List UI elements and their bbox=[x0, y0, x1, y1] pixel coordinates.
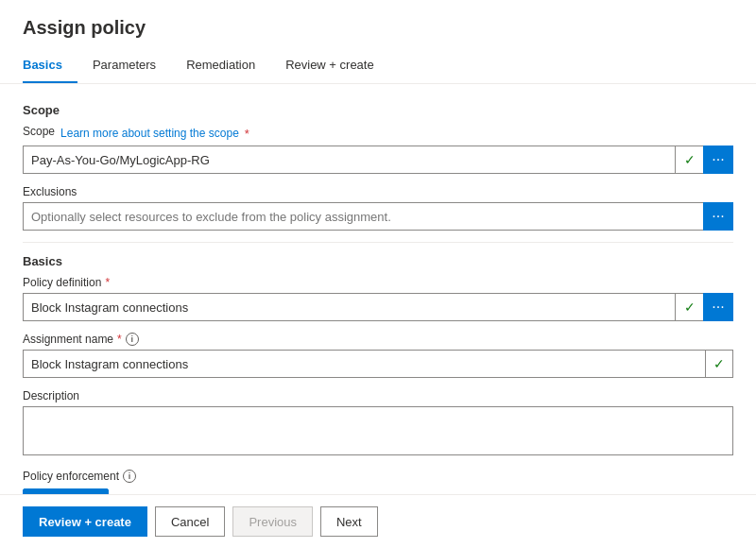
scope-learn-more-link[interactable]: Learn more about setting the scope bbox=[60, 127, 239, 140]
policy-def-input[interactable] bbox=[23, 293, 675, 321]
policy-def-required: * bbox=[105, 276, 110, 289]
assignment-name-field-group: Assignment name * i ✓ bbox=[23, 333, 733, 378]
scope-input[interactable] bbox=[23, 146, 675, 174]
exclusions-ellipsis-button[interactable]: ··· bbox=[703, 202, 733, 231]
exclusions-field-group: Exclusions ··· bbox=[23, 185, 733, 231]
description-field-group: Description bbox=[23, 389, 733, 458]
exclusions-input[interactable] bbox=[23, 202, 703, 231]
exclusions-input-row: ··· bbox=[23, 202, 733, 231]
description-label: Description bbox=[23, 389, 733, 402]
scope-field-label: Scope bbox=[23, 125, 55, 138]
review-create-button[interactable]: Review + create bbox=[23, 506, 147, 537]
assignment-name-required: * bbox=[117, 333, 122, 346]
scope-ellipsis-button[interactable]: ··· bbox=[703, 146, 733, 174]
assignment-name-label-row: Assignment name * i bbox=[23, 333, 733, 346]
scope-field-group: Scope Learn more about setting the scope… bbox=[23, 125, 733, 174]
policy-def-label-row: Policy definition * bbox=[23, 276, 733, 289]
page-title: Assign policy bbox=[23, 17, 733, 39]
tabs-bar: Basics Parameters Remediation Review + c… bbox=[23, 50, 733, 83]
page-container: Assign policy Basics Parameters Remediat… bbox=[0, 0, 756, 548]
scope-section-heading: Scope bbox=[23, 103, 733, 117]
assignment-name-input-row: ✓ bbox=[23, 350, 733, 378]
footer: Review + create Cancel Previous Next bbox=[0, 494, 756, 548]
policy-enforcement-section: Policy enforcement i Enabled Disabled bbox=[23, 470, 733, 494]
assignment-name-check-indicator: ✓ bbox=[705, 350, 733, 378]
divider-1 bbox=[23, 242, 733, 243]
policy-def-input-row: ✓ ··· bbox=[23, 293, 733, 321]
policy-enforcement-label: Policy enforcement bbox=[23, 470, 119, 483]
assignment-name-label: Assignment name bbox=[23, 333, 113, 346]
policy-def-ellipsis-button[interactable]: ··· bbox=[703, 293, 733, 321]
scope-label-row: Scope Learn more about setting the scope… bbox=[23, 125, 733, 142]
policy-enforcement-label-row: Policy enforcement i bbox=[23, 470, 733, 483]
scope-required-star: * bbox=[245, 127, 249, 141]
basics-section-heading: Basics bbox=[23, 254, 733, 268]
content-area: Scope Scope Learn more about setting the… bbox=[0, 84, 756, 494]
exclusions-label: Exclusions bbox=[23, 185, 733, 198]
policy-def-label: Policy definition bbox=[23, 276, 101, 289]
description-input[interactable] bbox=[23, 406, 733, 455]
scope-check-indicator: ✓ bbox=[675, 146, 703, 174]
tab-review-create[interactable]: Review + create bbox=[285, 50, 389, 83]
policy-def-field-group: Policy definition * ✓ ··· bbox=[23, 276, 733, 321]
next-button[interactable]: Next bbox=[320, 506, 378, 537]
policy-enforcement-info-icon[interactable]: i bbox=[123, 470, 136, 483]
policy-def-check-indicator: ✓ bbox=[675, 293, 703, 321]
assignment-name-input[interactable] bbox=[23, 350, 705, 378]
scope-input-row: ✓ ··· bbox=[23, 146, 733, 174]
tab-remediation[interactable]: Remediation bbox=[186, 50, 270, 83]
header: Assign policy Basics Parameters Remediat… bbox=[0, 0, 756, 84]
tab-basics[interactable]: Basics bbox=[23, 50, 77, 83]
cancel-button[interactable]: Cancel bbox=[155, 506, 225, 537]
assignment-name-info-icon[interactable]: i bbox=[126, 333, 139, 346]
previous-button: Previous bbox=[232, 506, 313, 537]
tab-parameters[interactable]: Parameters bbox=[93, 50, 171, 83]
